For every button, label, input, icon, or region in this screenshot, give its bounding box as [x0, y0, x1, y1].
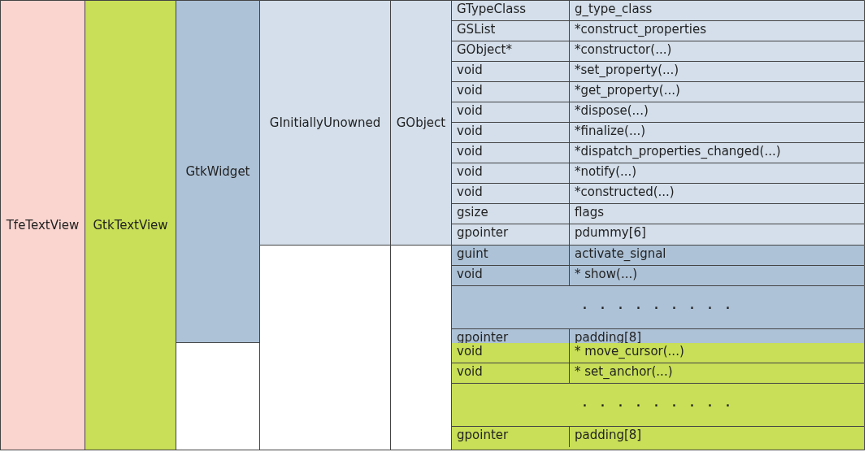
member-name: * move_cursor(...) — [570, 343, 864, 363]
col-gtkwidget: GtkWidget — [176, 1, 260, 342]
member-type: gsize — [452, 204, 570, 224]
label-gtkwidget: GtkWidget — [185, 164, 250, 179]
member-type: void — [452, 363, 570, 383]
member-type: void — [452, 143, 570, 163]
col-gobject: GObject — [391, 1, 452, 245]
spacer — [260, 343, 391, 450]
member-row: void * set_anchor(...) — [452, 363, 864, 384]
member-type: void — [452, 163, 570, 183]
member-row: void *dispose(...) — [452, 102, 864, 123]
member-name: pdummy[6] — [570, 224, 864, 245]
member-name: * set_anchor(...) — [570, 363, 864, 383]
member-name: g_type_class — [570, 1, 864, 20]
member-type: void — [452, 343, 570, 363]
row-gtkwidget: GtkWidget GInitiallyUnowned GObject — [176, 1, 864, 343]
member-name: *constructor(...) — [570, 41, 864, 61]
row-ginitiallyunowned: GInitiallyUnowned GObject GTypeClass g_t… — [260, 1, 864, 246]
member-name: *constructed(...) — [570, 184, 864, 203]
gtktextview-members-list: void * move_cursor(...) void * set_ancho… — [452, 343, 864, 450]
member-row: void *get_property(...) — [452, 82, 864, 102]
member-row: gsize flags — [452, 204, 864, 224]
member-name: activate_signal — [570, 246, 864, 265]
member-type: guint — [452, 246, 570, 265]
member-type: gpointer — [452, 427, 570, 447]
member-type: void — [452, 123, 570, 142]
gtkwidget-members: guint activate_signal void * show(...) ·… — [260, 246, 864, 350]
member-row: void * show(...) — [452, 266, 864, 286]
ellipsis-row: · · · · · · · · · — [452, 286, 864, 329]
member-row: void *set_property(...) — [452, 62, 864, 82]
member-type: void — [452, 184, 570, 203]
member-row: GTypeClass g_type_class — [452, 1, 864, 21]
member-name: padding[8] — [570, 427, 864, 447]
member-name: *finalize(...) — [570, 123, 864, 142]
label-tfetextview: TfeTextView — [7, 218, 80, 233]
gobject-members: GTypeClass g_type_class GSList *construc… — [452, 1, 864, 245]
member-type: void — [452, 62, 570, 81]
member-row: guint activate_signal — [452, 246, 864, 266]
member-name: *notify(...) — [570, 163, 864, 183]
member-name: flags — [570, 204, 864, 224]
class-hierarchy-diagram: TfeTextView GtkTextView GtkWidget GIniti… — [0, 0, 865, 450]
col-gtktextview: GtkTextView — [85, 1, 176, 450]
gtkwidget-members-list: guint activate_signal void * show(...) ·… — [452, 246, 864, 350]
member-name: *dispatch_properties_changed(...) — [570, 143, 864, 163]
member-row: GSList *construct_properties — [452, 21, 864, 41]
spacer — [391, 246, 452, 350]
col-tfetextview: TfeTextView — [1, 1, 85, 450]
member-row: void *finalize(...) — [452, 123, 864, 143]
member-row: gpointer padding[8] — [452, 427, 864, 447]
member-row: GObject* *constructor(...) — [452, 41, 864, 62]
member-name: *dispose(...) — [570, 102, 864, 122]
col-ginitiallyunowned: GInitiallyUnowned — [260, 1, 391, 245]
label-gobject: GObject — [397, 115, 445, 130]
spacer — [391, 343, 452, 450]
member-row: void *constructed(...) — [452, 184, 864, 204]
gtktextview-members: void * move_cursor(...) void * set_ancho… — [176, 343, 864, 450]
member-row: void *dispatch_properties_changed(...) — [452, 143, 864, 163]
member-row: void *notify(...) — [452, 163, 864, 184]
member-type: void — [452, 82, 570, 102]
member-type: GSList — [452, 21, 570, 41]
spacer — [176, 343, 260, 450]
member-type: void — [452, 266, 570, 285]
member-type: gpointer — [452, 224, 570, 245]
spacer — [260, 246, 391, 350]
member-type: GObject* — [452, 41, 570, 61]
member-type: void — [452, 102, 570, 122]
label-ginitiallyunowned: GInitiallyUnowned — [270, 115, 380, 130]
member-row: gpointer pdummy[6] — [452, 224, 864, 245]
member-row: void * move_cursor(...) — [452, 343, 864, 363]
member-type: GTypeClass — [452, 1, 570, 20]
member-name: *get_property(...) — [570, 82, 864, 102]
label-gtktextview: GtkTextView — [93, 218, 167, 233]
col-rest: GtkWidget GInitiallyUnowned GObject — [176, 1, 864, 450]
member-name: * show(...) — [570, 266, 864, 285]
member-name: *set_property(...) — [570, 62, 864, 81]
member-name: *construct_properties — [570, 21, 864, 41]
ellipsis-row: · · · · · · · · · — [452, 384, 864, 427]
